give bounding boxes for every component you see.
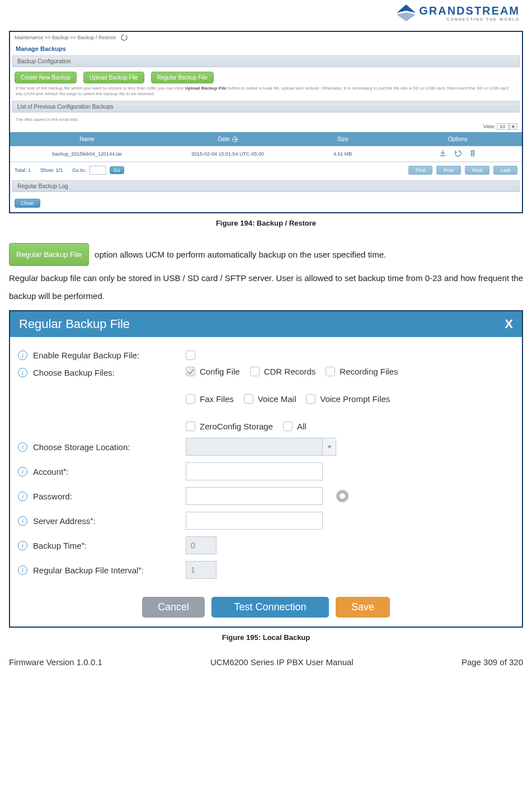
zeroconfig-checkbox[interactable] bbox=[186, 422, 195, 431]
breadcrumb: Maintenance >> Backup >> Backup / Restor… bbox=[15, 35, 116, 40]
backup-help-text: If the size of the backup file which you… bbox=[10, 85, 522, 99]
next-button[interactable]: Next bbox=[465, 166, 490, 175]
show-label: Show: 1/1 bbox=[40, 167, 63, 173]
create-new-backup-button[interactable]: Create New Backup bbox=[15, 72, 77, 83]
interval-input[interactable] bbox=[186, 561, 216, 579]
choose-files-label: Choose Backup Files: bbox=[33, 368, 115, 377]
recording-checkbox[interactable] bbox=[326, 367, 335, 376]
delete-icon[interactable] bbox=[469, 149, 476, 158]
regular-backup-file-inline-button: Regular Backup File bbox=[9, 243, 89, 266]
fax-checkbox[interactable] bbox=[186, 394, 195, 404]
goto-label: Go to: bbox=[72, 167, 86, 173]
save-button[interactable]: Save bbox=[336, 597, 390, 618]
regular-backup-log-bar: Regular Backup Log bbox=[12, 180, 520, 192]
info-icon[interactable]: i bbox=[18, 492, 27, 501]
storage-select-arrow[interactable] bbox=[323, 438, 336, 456]
figure-194-screenshot: Maintenance >> Backup >> Backup / Restor… bbox=[9, 31, 523, 213]
list-previous-bar: List of Previous Configuration Backups bbox=[12, 101, 520, 113]
enable-checkbox[interactable] bbox=[186, 350, 195, 360]
th-options[interactable]: Options bbox=[394, 132, 522, 146]
total-label: Total: 1 bbox=[15, 167, 31, 173]
cell-size: 4.61 MB bbox=[291, 146, 394, 162]
refresh-icon[interactable] bbox=[121, 34, 128, 41]
view-row: View: 10▾ bbox=[10, 123, 522, 131]
footer-firmware: Firmware Version 1.0.0.1 bbox=[9, 657, 102, 667]
voice-prompt-checkbox[interactable] bbox=[306, 394, 316, 404]
cancel-button[interactable]: Cancel bbox=[142, 597, 205, 618]
info-icon[interactable]: i bbox=[18, 467, 27, 476]
backup-time-input[interactable] bbox=[186, 536, 216, 554]
footer-page: Page 309 of 320 bbox=[462, 657, 523, 667]
go-button[interactable]: Go bbox=[110, 166, 124, 174]
table-row: backup_2015feb04_120144.tar 2015-02-04 1… bbox=[11, 146, 522, 162]
description-paragraph: Regular Backup File option allows UCM to… bbox=[9, 243, 523, 305]
storage-label: Choose Storage Location: bbox=[33, 442, 130, 452]
info-icon[interactable]: i bbox=[18, 541, 27, 550]
upload-backup-file-button[interactable]: Upload Backup File bbox=[83, 72, 144, 83]
list-subhelp: The files saved in the local disk: bbox=[10, 116, 522, 123]
storage-select[interactable] bbox=[186, 438, 323, 456]
th-date[interactable]: Date bbox=[164, 132, 292, 146]
info-icon[interactable]: i bbox=[18, 565, 27, 575]
test-connection-button[interactable]: Test Connection bbox=[211, 597, 329, 618]
regular-backup-file-button[interactable]: Regular Backup File bbox=[151, 72, 214, 83]
server-label: Server Address*: bbox=[33, 516, 96, 526]
manage-backups-title: Manage Backups bbox=[10, 43, 522, 53]
cell-date: 2015-02-04 15:01:54 UTC-05:00 bbox=[164, 146, 292, 162]
brand-logo: GRANDSTREAM CONNECTING THE WORLD bbox=[9, 4, 523, 27]
info-icon[interactable]: i bbox=[18, 442, 27, 452]
th-name[interactable]: Name bbox=[11, 132, 164, 146]
backup-config-bar: Backup Configuration bbox=[12, 55, 520, 67]
sort-icon[interactable] bbox=[232, 137, 238, 142]
cdr-checkbox[interactable] bbox=[250, 367, 260, 376]
logo-mark-icon bbox=[397, 4, 416, 21]
footer-manual: UCM6200 Series IP PBX User Manual bbox=[210, 657, 354, 667]
brand-name: GRANDSTREAM bbox=[419, 4, 520, 17]
show-password-icon[interactable] bbox=[336, 490, 349, 502]
figure-195-screenshot: Regular Backup File X i Enable Regular B… bbox=[9, 310, 523, 628]
page-footer: Firmware Version 1.0.0.1 UCM6200 Series … bbox=[9, 657, 523, 667]
cell-name: backup_2015feb04_120144.tar bbox=[11, 146, 164, 162]
backup-table: Name Date Size Options backup_2015feb04_… bbox=[10, 132, 522, 162]
backup-time-label: Backup Time*: bbox=[33, 541, 87, 550]
info-icon[interactable]: i bbox=[18, 516, 27, 526]
last-button[interactable]: Last bbox=[493, 166, 517, 175]
password-label: Password: bbox=[33, 492, 72, 501]
goto-input[interactable] bbox=[90, 166, 106, 175]
account-label: Account*: bbox=[33, 467, 68, 476]
figure-194-caption: Figure 194: Backup / Restore bbox=[9, 219, 523, 227]
view-select[interactable]: 10 bbox=[497, 123, 509, 130]
info-icon[interactable]: i bbox=[18, 350, 27, 360]
restore-icon[interactable] bbox=[454, 149, 462, 158]
figure-195-caption: Figure 195: Local Backup bbox=[9, 633, 523, 642]
enable-label: Enable Regular Backup File: bbox=[33, 350, 139, 360]
modal-title: Regular Backup File bbox=[19, 317, 130, 331]
close-icon[interactable]: X bbox=[505, 317, 513, 331]
all-checkbox[interactable] bbox=[283, 422, 293, 431]
password-input[interactable] bbox=[186, 487, 323, 505]
config-file-checkbox bbox=[186, 367, 195, 376]
download-icon[interactable] bbox=[439, 149, 446, 158]
th-size[interactable]: Size bbox=[291, 132, 394, 146]
account-input[interactable] bbox=[186, 462, 323, 480]
brand-tagline: CONNECTING THE WORLD bbox=[419, 17, 520, 21]
voicemail-checkbox[interactable] bbox=[244, 394, 253, 404]
first-button[interactable]: First bbox=[408, 166, 433, 175]
server-input[interactable] bbox=[186, 512, 323, 530]
clean-button[interactable]: Clean bbox=[15, 199, 40, 208]
info-icon[interactable]: i bbox=[18, 368, 27, 377]
prev-button[interactable]: Prev bbox=[436, 166, 462, 175]
view-select-arrow[interactable]: ▾ bbox=[509, 123, 517, 130]
interval-label: Regular Backup File Interval*: bbox=[33, 565, 144, 575]
